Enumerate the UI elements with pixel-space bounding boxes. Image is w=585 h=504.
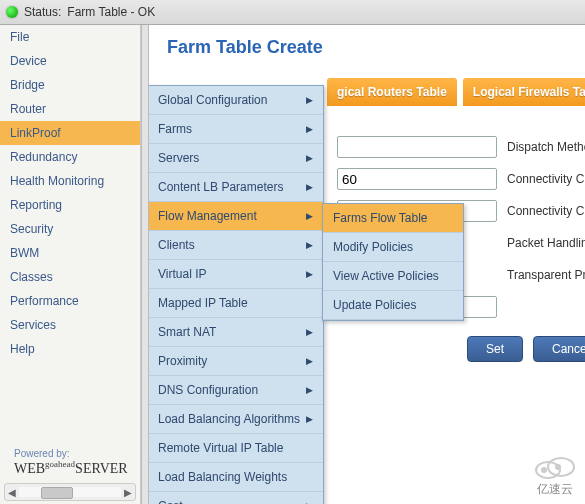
submenu-modify-policies[interactable]: Modify Policies — [323, 233, 463, 262]
powered-go: goahead — [45, 459, 75, 469]
watermark-icon — [531, 454, 579, 482]
menu-clients[interactable]: Clients▶ — [149, 231, 323, 260]
menu-label: Remote Virtual IP Table — [158, 441, 283, 455]
sidebar-item-bwm[interactable]: BWM — [0, 241, 140, 265]
sidebar-item-file[interactable]: File — [0, 25, 140, 49]
menu-lb-weights[interactable]: Load Balancing Weights — [149, 463, 323, 492]
menu-label: Virtual IP — [158, 267, 206, 281]
menu-label: Mapped IP Table — [158, 296, 248, 310]
menu-cost[interactable]: Cost▶ — [149, 492, 323, 504]
menu-flow-management[interactable]: Flow Management▶ — [149, 202, 323, 231]
sidebar-item-router[interactable]: Router — [0, 97, 140, 121]
tab-logical-routers[interactable]: gical Routers Table — [327, 78, 457, 106]
watermark-text: 亿速云 — [537, 481, 573, 498]
label-dispatch: Dispatch Method: — [507, 140, 585, 154]
menu-global-config[interactable]: Global Configuration▶ — [149, 86, 323, 115]
chevron-right-icon: ▶ — [306, 211, 313, 221]
chevron-right-icon: ▶ — [306, 95, 313, 105]
chevron-right-icon: ▶ — [306, 269, 313, 279]
chevron-right-icon: ▶ — [306, 240, 313, 250]
status-value: Farm Table - OK — [67, 5, 155, 19]
menu-smart-nat[interactable]: Smart NAT▶ — [149, 318, 323, 347]
content-pane: Farm Table Create gical Routers Table Lo… — [149, 25, 585, 504]
menu-label: Smart NAT — [158, 325, 216, 339]
pane-divider[interactable] — [141, 25, 149, 504]
powered-server: SERVER — [75, 461, 128, 476]
label-packet: Packet Handling: — [507, 236, 585, 250]
sidebar-item-linkproof[interactable]: LinkProof — [0, 121, 140, 145]
chevron-right-icon: ▶ — [306, 182, 313, 192]
status-led-icon — [6, 6, 18, 18]
menu-lb-algorithms[interactable]: Load Balancing Algorithms▶ — [149, 405, 323, 434]
menu-servers[interactable]: Servers▶ — [149, 144, 323, 173]
label-transparent: Transparent Proxy — [507, 268, 585, 282]
submenu-farms-flow[interactable]: Farms Flow Table — [323, 204, 463, 233]
chevron-right-icon: ▶ — [306, 153, 313, 163]
menu-label: Load Balancing Weights — [158, 470, 287, 484]
menu-dns-config[interactable]: DNS Configuration▶ — [149, 376, 323, 405]
sidebar-item-reporting[interactable]: Reporting — [0, 193, 140, 217]
scroll-thumb[interactable] — [41, 487, 73, 499]
submenu-update-policies[interactable]: Update Policies — [323, 291, 463, 320]
menu-label: Servers — [158, 151, 199, 165]
powered-prefix: Powered by: — [14, 448, 128, 459]
submenu-label: Update Policies — [333, 298, 416, 312]
menu-proximity[interactable]: Proximity▶ — [149, 347, 323, 376]
menu-remote-vip[interactable]: Remote Virtual IP Table — [149, 434, 323, 463]
tab-logical-firewalls[interactable]: Logical Firewalls Table — [463, 78, 585, 106]
status-bar: Status: Farm Table - OK — [0, 0, 585, 25]
cancel-button[interactable]: Cancel — [533, 336, 585, 362]
menu-label: DNS Configuration — [158, 383, 258, 397]
menu-virtual-ip[interactable]: Virtual IP▶ — [149, 260, 323, 289]
menu-label: Clients — [158, 238, 195, 252]
sidebar-item-health[interactable]: Health Monitoring — [0, 169, 140, 193]
submenu-label: Farms Flow Table — [333, 211, 427, 225]
menu-label: Global Configuration — [158, 93, 267, 107]
row-conn1: Connectivity Chec — [337, 168, 575, 190]
menu-content-lb[interactable]: Content LB Parameters▶ — [149, 173, 323, 202]
flow-submenu: Farms Flow Table Modify Policies View Ac… — [322, 203, 464, 321]
scroll-track[interactable] — [19, 487, 121, 497]
chevron-right-icon: ▶ — [306, 385, 313, 395]
chevron-right-icon: ▶ — [306, 414, 313, 424]
powered-logo: WEBgoaheadSERVER — [14, 459, 128, 477]
sidebar-item-security[interactable]: Security — [0, 217, 140, 241]
chevron-right-icon: ▶ — [306, 327, 313, 337]
set-button[interactable]: Set — [467, 336, 523, 362]
sidebar-item-device[interactable]: Device — [0, 49, 140, 73]
powered-web: WEB — [14, 461, 45, 476]
sidebar: File Device Bridge Router LinkProof Redu… — [0, 25, 141, 504]
input-dispatch[interactable] — [337, 136, 497, 158]
menu-farms[interactable]: Farms▶ — [149, 115, 323, 144]
sidebar-item-services[interactable]: Services — [0, 313, 140, 337]
input-conn1[interactable] — [337, 168, 497, 190]
submenu-view-active[interactable]: View Active Policies — [323, 262, 463, 291]
chevron-right-icon: ▶ — [306, 124, 313, 134]
status-label: Status: — [24, 5, 61, 19]
svg-point-3 — [556, 465, 560, 469]
svg-point-2 — [542, 468, 546, 472]
chevron-right-icon: ▶ — [306, 356, 313, 366]
menu-label: Cost — [158, 499, 183, 504]
sidebar-scrollbar[interactable]: ◀ ▶ — [4, 483, 136, 501]
menu-label: Content LB Parameters — [158, 180, 283, 194]
menu-mapped-ip[interactable]: Mapped IP Table — [149, 289, 323, 318]
submenu-label: View Active Policies — [333, 269, 439, 283]
sidebar-item-classes[interactable]: Classes — [0, 265, 140, 289]
menu-label: Proximity — [158, 354, 207, 368]
sidebar-item-bridge[interactable]: Bridge — [0, 73, 140, 97]
scroll-right-icon[interactable]: ▶ — [121, 487, 135, 498]
menu-label: Load Balancing Algorithms — [158, 412, 300, 426]
menu-label: Farms — [158, 122, 192, 136]
linkproof-menu: Global Configuration▶ Farms▶ Servers▶ Co… — [149, 85, 324, 504]
main-area: File Device Bridge Router LinkProof Redu… — [0, 25, 585, 504]
menu-label: Flow Management — [158, 209, 257, 223]
sidebar-item-redundancy[interactable]: Redundancy — [0, 145, 140, 169]
submenu-label: Modify Policies — [333, 240, 413, 254]
powered-by: Powered by: WEBgoaheadSERVER — [14, 448, 128, 477]
sidebar-item-help[interactable]: Help — [0, 337, 140, 361]
sidebar-item-performance[interactable]: Performance — [0, 289, 140, 313]
label-conn2: Connectivity Chec — [507, 204, 585, 218]
label-conn1: Connectivity Chec — [507, 172, 585, 186]
scroll-left-icon[interactable]: ◀ — [5, 487, 19, 498]
